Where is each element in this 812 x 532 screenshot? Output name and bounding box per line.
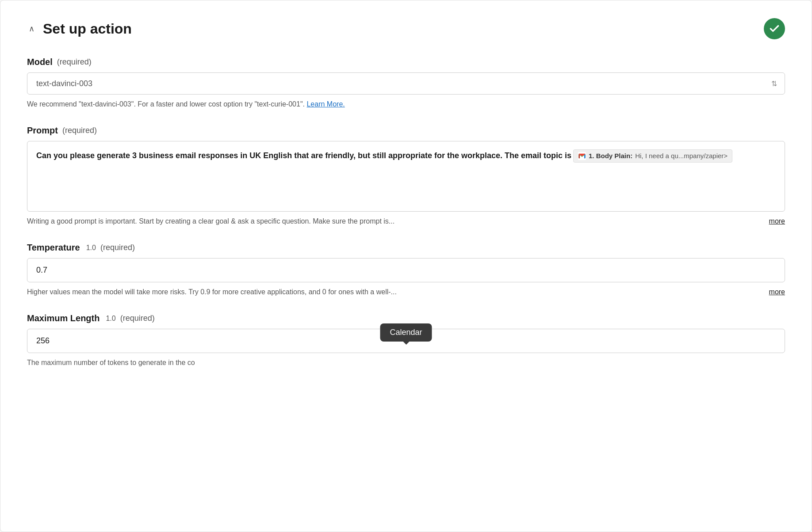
max-length-version: 1.0 — [106, 315, 115, 323]
temperature-input[interactable] — [27, 258, 785, 282]
max-length-hint-text: The maximum number of tokens to generate… — [27, 359, 195, 366]
prompt-required-text: (required) — [62, 126, 97, 135]
temperature-hint-text: Higher values mean the model will take m… — [27, 287, 766, 297]
temperature-field-group: Temperature 1.0 (required) Higher values… — [27, 243, 785, 297]
chip-label-text: 1. Body Plain: — [589, 152, 632, 160]
prompt-more-link[interactable]: more — [769, 217, 785, 225]
completed-check-icon — [764, 18, 785, 39]
prompt-input-area[interactable]: Can you please generate 3 business email… — [27, 141, 785, 212]
temperature-more-link[interactable]: more — [769, 288, 785, 296]
temperature-required-text: (required) — [100, 243, 135, 252]
calendar-tooltip: Calendar — [380, 323, 432, 342]
temperature-label-text: Temperature — [27, 243, 80, 253]
prompt-label-text: Prompt — [27, 125, 58, 136]
model-select-wrapper: text-davinci-003 ⇅ — [27, 72, 785, 95]
chip-label: 1. Body Plain: — [589, 151, 632, 161]
prompt-field-group: Prompt (required) Can you please generat… — [27, 125, 785, 227]
max-length-label: Maximum Length 1.0 (required) — [27, 313, 785, 323]
prompt-hint-row: Writing a good prompt is important. Star… — [27, 216, 785, 227]
tooltip-text: Calendar — [390, 328, 422, 337]
prompt-static-text: Can you please generate 3 business email… — [36, 149, 571, 162]
setup-action-panel: ∧ Set up action Model (required) text-da… — [0, 0, 812, 532]
model-hint: We recommend "text-davinci-003". For a f… — [27, 99, 785, 110]
max-length-label-text: Maximum Length — [27, 313, 100, 323]
prompt-hint-text: Writing a good prompt is important. Star… — [27, 216, 766, 227]
model-required-text: (required) — [57, 57, 92, 67]
temperature-version: 1.0 — [86, 244, 96, 252]
prompt-label: Prompt (required) — [27, 125, 785, 136]
collapse-chevron-icon[interactable]: ∧ — [27, 24, 36, 33]
panel-header: ∧ Set up action — [27, 18, 785, 39]
header-left: ∧ Set up action — [27, 21, 132, 37]
chip-value: Hi, I need a qu...mpany/zapier> — [635, 151, 728, 161]
model-learn-more-link[interactable]: Learn More. — [306, 100, 345, 108]
max-length-required-text: (required) — [120, 314, 155, 323]
model-field-group: Model (required) text-davinci-003 ⇅ We r… — [27, 57, 785, 110]
max-length-field-group: Maximum Length 1.0 (required) The maximu… — [27, 313, 785, 368]
prompt-variable-chip[interactable]: 1. Body Plain: Hi, I need a qu...mpany/z… — [573, 149, 732, 163]
model-hint-text: We recommend "text-davinci-003". For a f… — [27, 100, 305, 108]
page-title: Set up action — [43, 21, 132, 37]
model-label: Model (required) — [27, 57, 785, 67]
max-length-hint: The maximum number of tokens to generate… — [27, 357, 785, 368]
temperature-label: Temperature 1.0 (required) — [27, 243, 785, 253]
model-select[interactable]: text-davinci-003 — [27, 72, 785, 95]
model-label-text: Model — [27, 57, 53, 67]
temperature-hint-row: Higher values mean the model will take m… — [27, 287, 785, 297]
gmail-icon — [578, 152, 586, 160]
